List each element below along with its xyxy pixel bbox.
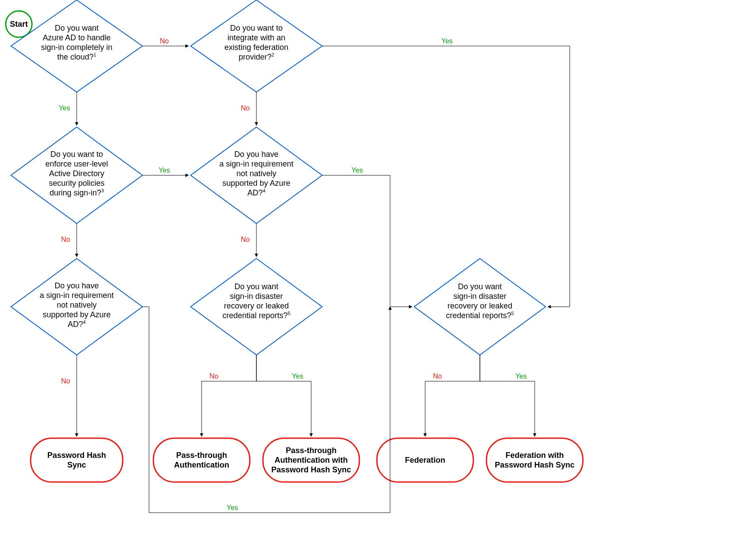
svg-text:integrate with an: integrate with an — [227, 33, 285, 42]
svg-text:Pass-through: Pass-through — [286, 446, 337, 455]
decision-federation-provider: Do you want to integrate with an existin… — [191, 0, 322, 92]
svg-text:Do you want: Do you want — [458, 282, 502, 291]
svg-text:Sync: Sync — [67, 461, 86, 469]
svg-rect-34 — [153, 438, 250, 482]
svg-text:Authentication: Authentication — [174, 461, 229, 469]
svg-text:credential reports?5: credential reports?5 — [222, 311, 290, 320]
label-d4-no: No — [241, 236, 250, 243]
svg-rect-31 — [31, 438, 123, 482]
svg-text:a sign-in requirement: a sign-in requirement — [39, 291, 114, 300]
label-d4-yes: Yes — [351, 167, 363, 174]
decision-ad-security-policies: Do you want to enforce user-level Active… — [11, 127, 142, 223]
svg-text:Do you want to: Do you want to — [50, 150, 103, 159]
edge-d2-yes — [322, 46, 570, 307]
svg-text:Do you want to: Do you want to — [230, 24, 283, 32]
label-d5-no: No — [61, 377, 71, 385]
svg-text:Password Hash Sync: Password Hash Sync — [495, 461, 575, 469]
svg-text:Do you want: Do you want — [55, 24, 99, 32]
svg-text:Azure AD to handle: Azure AD to handle — [43, 33, 110, 42]
svg-rect-43 — [486, 438, 583, 482]
decision-not-native-supported-b: Do you have a sign-in requirement not na… — [11, 259, 142, 355]
edge-d7-yes — [480, 355, 535, 436]
svg-text:existing federation: existing federation — [224, 43, 288, 52]
svg-text:Active Directory: Active Directory — [49, 169, 104, 178]
terminal-password-hash-sync: Password Hash Sync — [31, 438, 123, 482]
svg-text:AD?4: AD?4 — [247, 188, 265, 197]
decision-flowchart: Start Do you want Azure AD to handle sig… — [0, 0, 756, 553]
svg-text:sign-in disaster: sign-in disaster — [230, 292, 283, 301]
svg-text:Pass-through: Pass-through — [176, 451, 227, 460]
svg-text:not natively: not natively — [57, 301, 96, 309]
edge-d7-no — [425, 355, 480, 436]
label-d7-no: No — [433, 372, 442, 380]
svg-text:sign-in completely in: sign-in completely in — [41, 43, 112, 52]
svg-text:recovery or leaked: recovery or leaked — [224, 301, 289, 310]
svg-text:provider?2: provider?2 — [238, 52, 274, 61]
decision-disaster-recovery-b: Do you want sign-in disaster recovery or… — [414, 259, 546, 355]
label-d7-yes: Yes — [515, 372, 527, 380]
decision-not-native-supported-a: Do you have a sign-in requirement not na… — [191, 127, 322, 223]
svg-text:Password Hash Sync: Password Hash Sync — [271, 465, 351, 474]
start-label: Start — [10, 20, 28, 28]
label-d3-yes: Yes — [159, 167, 170, 174]
edge-d6-yes — [256, 355, 311, 436]
label-d6-no: No — [209, 372, 219, 380]
svg-text:AD?4: AD?4 — [67, 319, 85, 329]
svg-text:a sign-in requirement: a sign-in requirement — [219, 160, 293, 168]
svg-text:Do you have: Do you have — [234, 150, 278, 159]
label-d1-no: No — [160, 37, 169, 45]
svg-text:Password Hash: Password Hash — [47, 451, 106, 460]
terminal-pta: Pass-through Authentication — [153, 438, 250, 482]
label-d5-yes: Yes — [227, 504, 238, 511]
svg-text:sign-in disaster: sign-in disaster — [453, 292, 506, 301]
svg-text:Authentication with: Authentication with — [275, 456, 348, 464]
terminal-pta-phs: Pass-through Authentication with Passwor… — [263, 438, 359, 482]
decision-cloud-signin: Do you want Azure AD to handle sign-in c… — [11, 0, 142, 92]
svg-text:credential reports?5: credential reports?5 — [446, 311, 514, 320]
svg-text:supported by Azure: supported by Azure — [222, 179, 290, 188]
label-d3-no: No — [61, 236, 71, 243]
svg-text:Federation with: Federation with — [505, 451, 564, 460]
svg-text:Do you have: Do you have — [54, 281, 99, 290]
svg-text:security policies: security policies — [49, 179, 104, 188]
label-d1-yes: Yes — [59, 104, 70, 112]
svg-text:Do you want: Do you want — [234, 282, 278, 291]
svg-text:enforce user-level: enforce user-level — [45, 160, 108, 168]
label-d6-yes: Yes — [292, 372, 303, 380]
decision-disaster-recovery-a: Do you want sign-in disaster recovery or… — [191, 259, 322, 355]
svg-text:not natively: not natively — [236, 169, 276, 178]
svg-text:supported by Azure: supported by Azure — [43, 310, 110, 319]
terminal-federation-phs: Federation with Password Hash Sync — [486, 438, 583, 482]
terminal-federation: Federation — [377, 438, 473, 482]
edge-d6-no — [202, 355, 256, 436]
label-d2-yes: Yes — [441, 37, 453, 45]
svg-text:recovery or leaked: recovery or leaked — [447, 301, 512, 310]
svg-text:Federation: Federation — [405, 456, 445, 464]
edge-d4-yes — [322, 175, 412, 307]
svg-text:the cloud?1: the cloud?1 — [57, 52, 96, 61]
svg-text:during sign-in?3: during sign-in?3 — [50, 188, 104, 197]
label-d2-no: No — [241, 104, 250, 112]
